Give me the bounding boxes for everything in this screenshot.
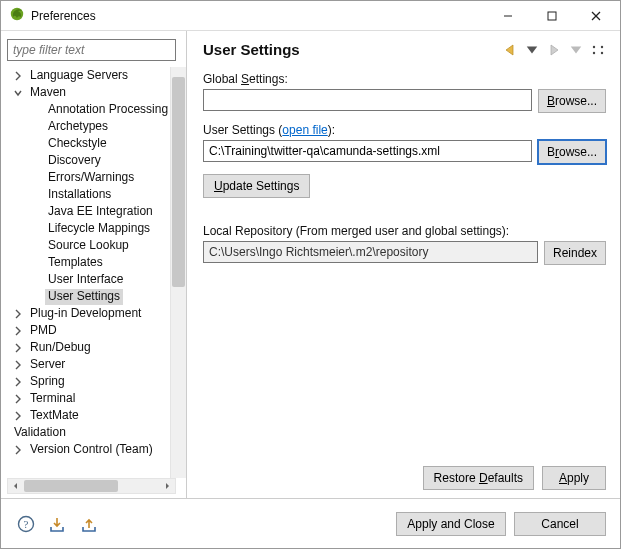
tree-item-label: Run/Debug bbox=[27, 340, 94, 356]
reindex-button[interactable]: Reindex bbox=[544, 241, 606, 265]
preferences-tree[interactable]: Language ServersMavenAnnotation Processi… bbox=[7, 67, 170, 478]
tree-item[interactable]: Validation bbox=[7, 424, 170, 441]
settings-pane: User Settings G bbox=[187, 31, 620, 498]
expand-chevron-icon[interactable] bbox=[11, 392, 25, 406]
tree-item[interactable]: Discovery bbox=[7, 152, 170, 169]
page-title: User Settings bbox=[203, 41, 502, 58]
forward-icon[interactable] bbox=[546, 42, 562, 58]
update-settings-button[interactable]: Update Settings bbox=[203, 174, 310, 198]
scrollbar-thumb[interactable] bbox=[24, 480, 118, 492]
tree-item-label: Templates bbox=[45, 255, 106, 271]
expand-chevron-icon[interactable] bbox=[11, 341, 25, 355]
tree-item[interactable]: Errors/Warnings bbox=[7, 169, 170, 186]
svg-point-8 bbox=[601, 51, 603, 53]
tree-item[interactable]: TextMate bbox=[7, 407, 170, 424]
tree-item[interactable]: Language Servers bbox=[7, 67, 170, 84]
scrollbar-thumb[interactable] bbox=[172, 77, 185, 287]
tree-horizontal-scrollbar[interactable] bbox=[7, 478, 176, 494]
title-bar: Preferences bbox=[1, 1, 620, 31]
tree-item[interactable]: Version Control (Team) bbox=[7, 441, 170, 458]
tree-item-label: Java EE Integration bbox=[45, 204, 156, 220]
expand-chevron-icon[interactable] bbox=[11, 69, 25, 83]
minimize-button[interactable] bbox=[486, 2, 530, 30]
preferences-sidebar: Language ServersMavenAnnotation Processi… bbox=[1, 31, 187, 498]
tree-item-label: Maven bbox=[27, 85, 69, 101]
tree-item[interactable]: Lifecycle Mappings bbox=[7, 220, 170, 237]
close-button[interactable] bbox=[574, 2, 618, 30]
tree-item[interactable]: Plug-in Development bbox=[7, 305, 170, 322]
svg-point-7 bbox=[601, 45, 603, 47]
user-settings-label: User Settings (open file): bbox=[203, 123, 606, 137]
expand-chevron-icon[interactable] bbox=[11, 375, 25, 389]
collapse-chevron-icon[interactable] bbox=[11, 86, 25, 100]
restore-defaults-button[interactable]: Restore Defaults bbox=[423, 466, 534, 490]
window-title: Preferences bbox=[31, 9, 96, 23]
tree-item[interactable]: Checkstyle bbox=[7, 135, 170, 152]
cancel-button[interactable]: Cancel bbox=[514, 512, 606, 536]
scroll-right-button[interactable] bbox=[159, 479, 175, 493]
export-preferences-icon[interactable] bbox=[79, 513, 101, 535]
tree-item[interactable]: Templates bbox=[7, 254, 170, 271]
tree-item-label: Lifecycle Mappings bbox=[45, 221, 153, 237]
tree-item[interactable]: Source Lookup bbox=[7, 237, 170, 254]
tree-item-label: Installations bbox=[45, 187, 114, 203]
user-browse-button[interactable]: Browse... bbox=[538, 140, 606, 164]
back-menu-chevron-icon[interactable] bbox=[524, 42, 540, 58]
app-logo-icon bbox=[9, 6, 25, 25]
tree-item-label: Language Servers bbox=[27, 68, 131, 84]
expand-chevron-icon[interactable] bbox=[11, 409, 25, 423]
tree-item-label: TextMate bbox=[27, 408, 82, 424]
tree-item[interactable]: Maven bbox=[7, 84, 170, 101]
view-menu-icon[interactable] bbox=[590, 42, 606, 58]
tree-item[interactable]: PMD bbox=[7, 322, 170, 339]
tree-item-label: Discovery bbox=[45, 153, 104, 169]
tree-item-label: Terminal bbox=[27, 391, 78, 407]
expand-chevron-icon[interactable] bbox=[11, 307, 25, 321]
help-icon[interactable]: ? bbox=[15, 513, 37, 535]
expand-chevron-icon[interactable] bbox=[11, 324, 25, 338]
global-browse-button[interactable]: Browse... bbox=[538, 89, 606, 113]
apply-button[interactable]: Apply bbox=[542, 466, 606, 490]
tree-item-label: Version Control (Team) bbox=[27, 442, 156, 458]
tree-item-label: Annotation Processing bbox=[45, 102, 170, 118]
tree-item-label: PMD bbox=[27, 323, 60, 339]
tree-item[interactable]: Archetypes bbox=[7, 118, 170, 135]
import-preferences-icon[interactable] bbox=[47, 513, 69, 535]
tree-item[interactable]: Run/Debug bbox=[7, 339, 170, 356]
back-icon[interactable] bbox=[502, 42, 518, 58]
tree-item-label: Errors/Warnings bbox=[45, 170, 137, 186]
filter-input[interactable] bbox=[7, 39, 176, 61]
open-file-link[interactable]: open file bbox=[282, 123, 327, 137]
tree-item[interactable]: Terminal bbox=[7, 390, 170, 407]
tree-item[interactable]: Spring bbox=[7, 373, 170, 390]
global-settings-input[interactable] bbox=[203, 89, 532, 111]
tree-item-label: Source Lookup bbox=[45, 238, 132, 254]
svg-rect-2 bbox=[548, 12, 556, 20]
svg-point-6 bbox=[593, 51, 595, 53]
tree-item-label: Server bbox=[27, 357, 68, 373]
apply-and-close-button[interactable]: Apply and Close bbox=[396, 512, 506, 536]
tree-item-label: User Settings bbox=[45, 289, 123, 305]
tree-item-label: Archetypes bbox=[45, 119, 111, 135]
tree-item-label: Checkstyle bbox=[45, 136, 110, 152]
tree-vertical-scrollbar[interactable] bbox=[170, 67, 186, 478]
global-settings-label: Global Settings: bbox=[203, 72, 606, 86]
tree-item[interactable]: Java EE Integration bbox=[7, 203, 170, 220]
svg-point-5 bbox=[593, 45, 595, 47]
local-repo-input bbox=[203, 241, 538, 263]
expand-chevron-icon[interactable] bbox=[11, 443, 25, 457]
tree-item-label: Validation bbox=[11, 425, 69, 441]
tree-item[interactable]: User Settings bbox=[7, 288, 170, 305]
scroll-left-button[interactable] bbox=[8, 479, 24, 493]
tree-item-label: User Interface bbox=[45, 272, 126, 288]
user-settings-input[interactable] bbox=[203, 140, 532, 162]
tree-item[interactable]: Installations bbox=[7, 186, 170, 203]
tree-item[interactable]: Annotation Processing bbox=[7, 101, 170, 118]
expand-chevron-icon[interactable] bbox=[11, 358, 25, 372]
dialog-button-bar: ? Apply and Close Cancel bbox=[1, 498, 620, 548]
tree-item-label: Spring bbox=[27, 374, 68, 390]
tree-item[interactable]: User Interface bbox=[7, 271, 170, 288]
forward-menu-chevron-icon[interactable] bbox=[568, 42, 584, 58]
tree-item[interactable]: Server bbox=[7, 356, 170, 373]
maximize-button[interactable] bbox=[530, 2, 574, 30]
